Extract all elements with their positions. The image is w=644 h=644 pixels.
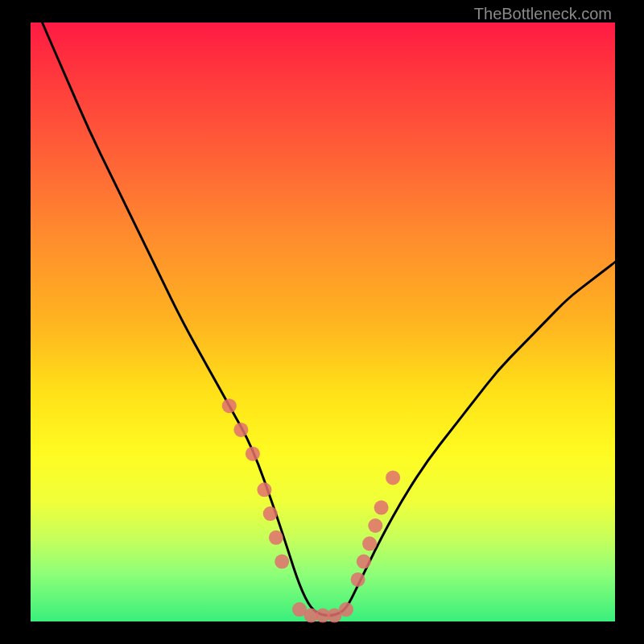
marker-point [263, 506, 278, 521]
marker-point [368, 518, 382, 533]
marker-point [257, 482, 271, 497]
bottleneck-curve [43, 23, 616, 616]
chart-frame: TheBottleneck.com [0, 0, 644, 644]
marker-point [386, 470, 400, 485]
watermark-text: TheBottleneck.com [474, 5, 612, 23]
plot-area [31, 23, 615, 621]
marker-point [339, 602, 353, 617]
marker-point [275, 555, 289, 569]
marker-point [374, 501, 389, 515]
marker-point [246, 447, 260, 461]
highlight-markers [222, 398, 400, 622]
marker-point [222, 398, 237, 413]
marker-point [233, 423, 248, 437]
curve-layer [31, 23, 615, 621]
marker-point [362, 536, 377, 551]
marker-point [269, 530, 283, 545]
marker-point [351, 572, 365, 587]
marker-point [357, 555, 371, 569]
